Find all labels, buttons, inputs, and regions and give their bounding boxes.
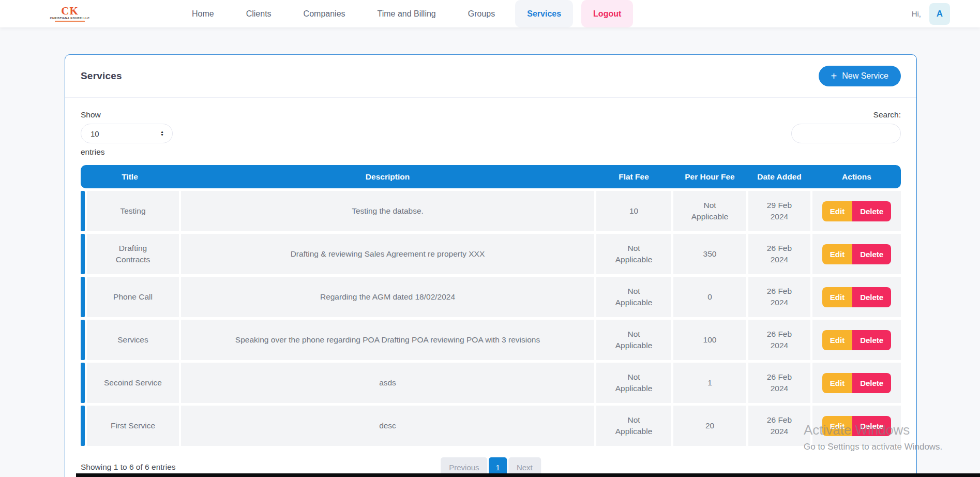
cell-description: Drafting & reviewing Sales Agreement re … xyxy=(181,234,594,274)
cell-actions: Edit Delete xyxy=(812,320,901,360)
table-controls: Show 10 ▲▼ entries Search: xyxy=(65,98,916,157)
cell-date-added: 26 Feb 2024 xyxy=(748,320,810,360)
cell-description: Testing the databse. xyxy=(181,191,594,231)
cell-date-added: 26 Feb 2024 xyxy=(748,363,810,403)
page-size-value: 10 xyxy=(91,129,99,138)
delete-button[interactable]: Delete xyxy=(852,373,891,393)
page-size-select[interactable]: 10 ▲▼ xyxy=(81,124,173,143)
row-accent-stripe xyxy=(81,277,85,317)
edit-button[interactable]: Edit xyxy=(822,330,852,350)
column-header-date-added[interactable]: Date Added xyxy=(748,172,810,182)
row-accent-stripe xyxy=(81,320,85,360)
brand-logo[interactable]: CK CHRISTIANA KOUPPI LLC xyxy=(49,0,91,27)
cell-actions: Edit Delete xyxy=(812,363,901,403)
edit-button[interactable]: Edit xyxy=(822,416,852,436)
table-row: Services Speaking over the phone regardi… xyxy=(81,320,901,360)
cell-title: Secoind Service xyxy=(87,363,179,403)
cell-flat-fee: Not Applicable xyxy=(596,406,671,446)
cell-title: Services xyxy=(87,320,179,360)
column-header-per-hour-fee[interactable]: Per Hour Fee xyxy=(673,172,746,182)
table-header-row: Title Description Flat Fee Per Hour Fee … xyxy=(81,165,901,188)
logo-initials: CK xyxy=(61,6,79,16)
cell-date-added: 26 Feb 2024 xyxy=(748,406,810,446)
cell-description: Speaking over the phone regarding POA Dr… xyxy=(181,320,594,360)
row-accent-stripe xyxy=(81,234,85,274)
search-input[interactable] xyxy=(791,124,901,143)
plus-icon: + xyxy=(831,72,837,80)
cell-title: Testing xyxy=(87,191,179,231)
row-accent-stripe xyxy=(81,406,85,446)
show-label: Show xyxy=(81,110,173,120)
page-size-block: Show 10 ▲▼ entries xyxy=(81,110,173,157)
cell-flat-fee: Not Applicable xyxy=(596,320,671,360)
nav-item-time-and-billing[interactable]: Time and Billing xyxy=(366,0,448,27)
delete-button[interactable]: Delete xyxy=(852,287,891,307)
search-block: Search: xyxy=(791,110,901,157)
top-navbar: CK CHRISTIANA KOUPPI LLC HomeClientsComp… xyxy=(0,0,980,27)
edit-button[interactable]: Edit xyxy=(822,201,852,221)
column-header-title[interactable]: Title xyxy=(81,172,179,182)
cell-per-hour-fee: 20 xyxy=(673,406,746,446)
logo-tagline xyxy=(55,21,85,22)
nav-item-groups[interactable]: Groups xyxy=(456,0,507,27)
nav-item-clients[interactable]: Clients xyxy=(234,0,283,27)
column-header-flat-fee[interactable]: Flat Fee xyxy=(596,172,671,182)
cell-actions: Edit Delete xyxy=(812,277,901,317)
cell-flat-fee: Not Applicable xyxy=(596,234,671,274)
cell-description: desc xyxy=(181,406,594,446)
row-accent-stripe xyxy=(81,191,85,231)
cell-actions: Edit Delete xyxy=(812,234,901,274)
cell-flat-fee: Not Applicable xyxy=(596,363,671,403)
column-header-actions: Actions xyxy=(812,172,901,182)
nav-item-logout[interactable]: Logout xyxy=(581,0,633,27)
delete-button[interactable]: Delete xyxy=(852,330,891,350)
greeting-text: Hi, xyxy=(912,9,921,18)
column-header-description[interactable]: Description xyxy=(181,172,594,182)
delete-button[interactable]: Delete xyxy=(852,416,891,436)
main-nav: HomeClientsCompaniesTime and BillingGrou… xyxy=(176,0,637,27)
nav-item-home[interactable]: Home xyxy=(180,0,226,27)
cell-per-hour-fee: 1 xyxy=(673,363,746,403)
card-header: Services + New Service xyxy=(65,55,916,98)
entries-label: entries xyxy=(81,147,173,157)
select-arrows-icon: ▲▼ xyxy=(160,130,164,137)
cell-per-hour-fee: 0 xyxy=(673,277,746,317)
table-row: Phone Call Regarding the AGM dated 18/02… xyxy=(81,277,901,317)
services-card: Services + New Service Show 10 ▲▼ entrie… xyxy=(65,54,917,477)
delete-button[interactable]: Delete xyxy=(852,244,891,264)
table-body: Testing Testing the databse. 10 Not Appl… xyxy=(81,191,901,446)
cell-actions: Edit Delete xyxy=(812,191,901,231)
cell-per-hour-fee: 350 xyxy=(673,234,746,274)
cell-actions: Edit Delete xyxy=(812,406,901,446)
cell-per-hour-fee: 100 xyxy=(673,320,746,360)
nav-item-services[interactable]: Services xyxy=(515,0,573,27)
table-row: Testing Testing the databse. 10 Not Appl… xyxy=(81,191,901,231)
user-avatar[interactable]: A xyxy=(929,3,950,25)
table-row: Drafting Contracts Drafting & reviewing … xyxy=(81,234,901,274)
table-row: First Service desc Not Applicable 20 26 … xyxy=(81,406,901,446)
page-title: Services xyxy=(81,70,122,82)
cell-description: asds xyxy=(181,363,594,403)
cell-date-added: 26 Feb 2024 xyxy=(748,234,810,274)
cell-title: Phone Call xyxy=(87,277,179,317)
cell-date-added: 29 Feb 2024 xyxy=(748,191,810,231)
cell-flat-fee: Not Applicable xyxy=(596,277,671,317)
cell-description: Regarding the AGM dated 18/02/2024 xyxy=(181,277,594,317)
new-service-button[interactable]: + New Service xyxy=(819,66,901,86)
cell-title: First Service xyxy=(87,406,179,446)
new-service-label: New Service xyxy=(842,71,888,81)
nav-item-companies[interactable]: Companies xyxy=(292,0,357,27)
delete-button[interactable]: Delete xyxy=(852,201,891,221)
screen-bottom-edge xyxy=(76,473,980,477)
edit-button[interactable]: Edit xyxy=(822,244,852,264)
cell-title: Drafting Contracts xyxy=(87,234,179,274)
edit-button[interactable]: Edit xyxy=(822,373,852,393)
logo-company-name: CHRISTIANA KOUPPI LLC xyxy=(50,17,90,20)
edit-button[interactable]: Edit xyxy=(822,287,852,307)
table-row: Secoind Service asds Not Applicable 1 26… xyxy=(81,363,901,403)
services-table: Title Description Flat Fee Per Hour Fee … xyxy=(65,157,916,446)
nav-right: Hi, A xyxy=(912,0,950,27)
search-label: Search: xyxy=(873,110,901,120)
cell-per-hour-fee: Not Applicable xyxy=(673,191,746,231)
cell-date-added: 26 Feb 2024 xyxy=(748,277,810,317)
